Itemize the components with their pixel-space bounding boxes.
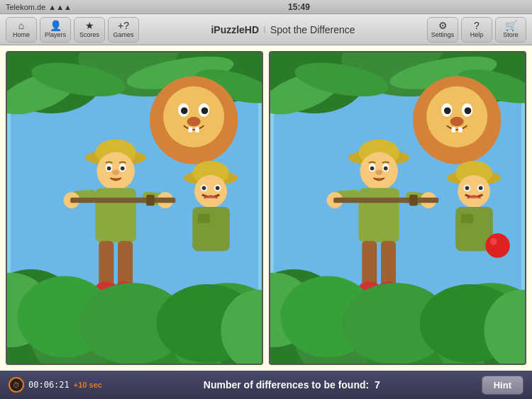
svg-point-42 bbox=[216, 186, 220, 190]
svg-rect-86 bbox=[409, 195, 417, 206]
svg-rect-99 bbox=[461, 214, 473, 223]
toolbar-title: iPuzzleHD I Spot the Difference bbox=[211, 24, 355, 35]
svg-rect-70 bbox=[452, 127, 456, 133]
svg-point-14 bbox=[187, 117, 201, 126]
scores-icon: ★ bbox=[85, 21, 94, 30]
toolbar: ⌂ Home 👤 Players ★ Scores +? Games iPuzz… bbox=[0, 14, 532, 45]
home-label: Home bbox=[13, 31, 30, 38]
help-label: Help bbox=[470, 31, 484, 38]
svg-rect-30 bbox=[70, 198, 175, 203]
svg-point-24 bbox=[112, 169, 119, 175]
games-button[interactable]: +? Games bbox=[108, 17, 139, 43]
svg-point-78 bbox=[384, 167, 388, 171]
svg-rect-32 bbox=[99, 241, 113, 288]
svg-rect-15 bbox=[189, 127, 193, 133]
svg-point-93 bbox=[458, 175, 490, 208]
svg-point-68 bbox=[465, 107, 472, 114]
wifi-icon: ▲▲▲ bbox=[48, 3, 72, 11]
settings-icon: ⚙ bbox=[438, 21, 448, 30]
scores-button[interactable]: ★ Scores bbox=[74, 17, 105, 43]
bottom-bar: ⏱ 00:06:21 +10 sec Number of differences… bbox=[0, 371, 532, 399]
home-icon: ⌂ bbox=[18, 21, 24, 30]
svg-point-69 bbox=[450, 117, 464, 126]
app-name-label: iPuzzleHD bbox=[211, 24, 259, 35]
svg-rect-87 bbox=[362, 241, 377, 288]
svg-rect-31 bbox=[146, 195, 154, 206]
svg-rect-71 bbox=[458, 127, 462, 133]
differences-label: Number of differences to be found: 7 bbox=[108, 379, 476, 390]
svg-point-38 bbox=[194, 175, 227, 208]
svg-point-23 bbox=[121, 167, 125, 171]
svg-rect-25 bbox=[96, 188, 136, 242]
timer-section: ⏱ 00:06:21 +10 sec bbox=[9, 377, 102, 393]
svg-point-97 bbox=[479, 186, 483, 190]
store-icon: 🛒 bbox=[505, 21, 517, 30]
svg-rect-80 bbox=[359, 188, 399, 242]
status-bar: Telekom.de ▲▲▲ 15:49 bbox=[0, 0, 532, 14]
svg-point-41 bbox=[202, 186, 206, 190]
svg-rect-44 bbox=[198, 214, 210, 223]
toolbar-right: ⚙ Settings ? Help 🛒 Store bbox=[427, 17, 526, 43]
carrier-label: Telekom.de bbox=[6, 3, 45, 11]
clock-icon: ⏱ bbox=[9, 377, 24, 393]
left-puzzle-panel[interactable] bbox=[6, 51, 263, 365]
games-label: Games bbox=[113, 31, 133, 38]
svg-rect-33 bbox=[118, 241, 133, 288]
games-icon: +? bbox=[118, 21, 129, 30]
svg-point-22 bbox=[107, 167, 111, 171]
svg-point-77 bbox=[370, 167, 375, 171]
toolbar-left: ⌂ Home 👤 Players ★ Scores +? Games bbox=[6, 17, 139, 43]
puzzle-area bbox=[0, 45, 532, 371]
clock-display: 15:49 bbox=[288, 2, 310, 12]
puzzle-title-label: Spot the Difference bbox=[270, 24, 355, 35]
home-button[interactable]: ⌂ Home bbox=[6, 17, 37, 43]
players-icon: 👤 bbox=[50, 21, 62, 30]
store-button[interactable]: 🛒 Store bbox=[495, 17, 526, 43]
svg-point-13 bbox=[201, 107, 209, 114]
svg-rect-88 bbox=[381, 241, 396, 288]
svg-point-96 bbox=[465, 186, 470, 190]
settings-label: Settings bbox=[431, 31, 455, 38]
hint-button[interactable]: Hint bbox=[482, 376, 523, 395]
svg-point-79 bbox=[375, 169, 382, 175]
help-icon: ? bbox=[474, 21, 480, 30]
players-label: Players bbox=[45, 31, 66, 38]
right-puzzle-panel[interactable] bbox=[269, 51, 526, 365]
players-button[interactable]: 👤 Players bbox=[40, 17, 71, 43]
scores-label: Scores bbox=[79, 31, 99, 38]
svg-rect-16 bbox=[195, 127, 199, 133]
svg-point-12 bbox=[181, 107, 188, 114]
title-separator: I bbox=[263, 24, 266, 35]
status-left: Telekom.de ▲▲▲ bbox=[6, 3, 72, 11]
help-button[interactable]: ? Help bbox=[461, 17, 492, 43]
svg-rect-43 bbox=[192, 207, 230, 251]
store-label: Store bbox=[503, 31, 519, 38]
penalty-label: +10 sec bbox=[74, 381, 102, 389]
timer-display: 00:06:21 bbox=[28, 380, 70, 390]
svg-point-100 bbox=[485, 233, 509, 257]
svg-rect-85 bbox=[333, 198, 438, 203]
svg-point-101 bbox=[490, 238, 497, 245]
svg-point-67 bbox=[444, 107, 451, 114]
settings-button[interactable]: ⚙ Settings bbox=[427, 17, 458, 43]
